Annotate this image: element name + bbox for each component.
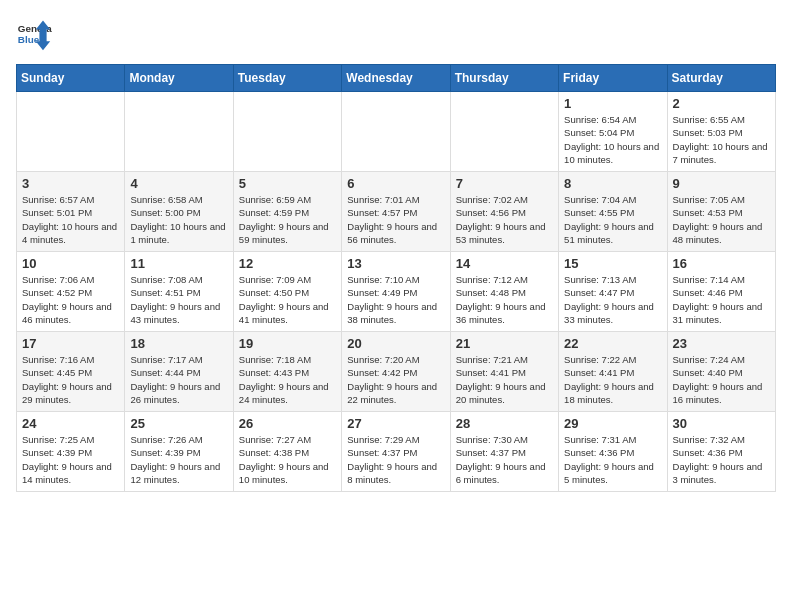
calendar-cell: 8Sunrise: 7:04 AM Sunset: 4:55 PM Daylig…	[559, 172, 667, 252]
calendar-cell: 20Sunrise: 7:20 AM Sunset: 4:42 PM Dayli…	[342, 332, 450, 412]
calendar-cell: 12Sunrise: 7:09 AM Sunset: 4:50 PM Dayli…	[233, 252, 341, 332]
calendar-week-row: 1Sunrise: 6:54 AM Sunset: 5:04 PM Daylig…	[17, 92, 776, 172]
day-number: 14	[456, 256, 553, 271]
calendar-cell: 24Sunrise: 7:25 AM Sunset: 4:39 PM Dayli…	[17, 412, 125, 492]
day-number: 15	[564, 256, 661, 271]
calendar-cell: 29Sunrise: 7:31 AM Sunset: 4:36 PM Dayli…	[559, 412, 667, 492]
calendar-cell: 3Sunrise: 6:57 AM Sunset: 5:01 PM Daylig…	[17, 172, 125, 252]
calendar-cell: 19Sunrise: 7:18 AM Sunset: 4:43 PM Dayli…	[233, 332, 341, 412]
day-header-friday: Friday	[559, 65, 667, 92]
day-number: 21	[456, 336, 553, 351]
day-number: 8	[564, 176, 661, 191]
day-header-saturday: Saturday	[667, 65, 775, 92]
day-number: 25	[130, 416, 227, 431]
day-number: 29	[564, 416, 661, 431]
calendar: SundayMondayTuesdayWednesdayThursdayFrid…	[16, 64, 776, 492]
day-number: 5	[239, 176, 336, 191]
day-info: Sunrise: 7:10 AM Sunset: 4:49 PM Dayligh…	[347, 273, 444, 326]
calendar-week-row: 3Sunrise: 6:57 AM Sunset: 5:01 PM Daylig…	[17, 172, 776, 252]
calendar-cell: 9Sunrise: 7:05 AM Sunset: 4:53 PM Daylig…	[667, 172, 775, 252]
day-number: 23	[673, 336, 770, 351]
day-number: 19	[239, 336, 336, 351]
day-header-sunday: Sunday	[17, 65, 125, 92]
day-info: Sunrise: 7:22 AM Sunset: 4:41 PM Dayligh…	[564, 353, 661, 406]
calendar-cell	[450, 92, 558, 172]
calendar-cell: 11Sunrise: 7:08 AM Sunset: 4:51 PM Dayli…	[125, 252, 233, 332]
day-info: Sunrise: 7:20 AM Sunset: 4:42 PM Dayligh…	[347, 353, 444, 406]
day-info: Sunrise: 6:55 AM Sunset: 5:03 PM Dayligh…	[673, 113, 770, 166]
day-number: 11	[130, 256, 227, 271]
day-number: 7	[456, 176, 553, 191]
day-number: 16	[673, 256, 770, 271]
day-info: Sunrise: 7:13 AM Sunset: 4:47 PM Dayligh…	[564, 273, 661, 326]
day-info: Sunrise: 7:31 AM Sunset: 4:36 PM Dayligh…	[564, 433, 661, 486]
calendar-cell: 22Sunrise: 7:22 AM Sunset: 4:41 PM Dayli…	[559, 332, 667, 412]
svg-text:Blue: Blue	[18, 34, 40, 45]
day-info: Sunrise: 7:27 AM Sunset: 4:38 PM Dayligh…	[239, 433, 336, 486]
day-info: Sunrise: 6:58 AM Sunset: 5:00 PM Dayligh…	[130, 193, 227, 246]
day-info: Sunrise: 7:02 AM Sunset: 4:56 PM Dayligh…	[456, 193, 553, 246]
day-info: Sunrise: 7:09 AM Sunset: 4:50 PM Dayligh…	[239, 273, 336, 326]
calendar-cell: 25Sunrise: 7:26 AM Sunset: 4:39 PM Dayli…	[125, 412, 233, 492]
day-header-tuesday: Tuesday	[233, 65, 341, 92]
day-info: Sunrise: 7:30 AM Sunset: 4:37 PM Dayligh…	[456, 433, 553, 486]
day-number: 13	[347, 256, 444, 271]
calendar-week-row: 17Sunrise: 7:16 AM Sunset: 4:45 PM Dayli…	[17, 332, 776, 412]
calendar-cell: 30Sunrise: 7:32 AM Sunset: 4:36 PM Dayli…	[667, 412, 775, 492]
page-header: General Blue	[16, 16, 776, 52]
calendar-week-row: 24Sunrise: 7:25 AM Sunset: 4:39 PM Dayli…	[17, 412, 776, 492]
day-number: 22	[564, 336, 661, 351]
day-header-monday: Monday	[125, 65, 233, 92]
day-info: Sunrise: 7:29 AM Sunset: 4:37 PM Dayligh…	[347, 433, 444, 486]
calendar-cell: 2Sunrise: 6:55 AM Sunset: 5:03 PM Daylig…	[667, 92, 775, 172]
logo-icon: General Blue	[16, 16, 52, 52]
calendar-cell: 1Sunrise: 6:54 AM Sunset: 5:04 PM Daylig…	[559, 92, 667, 172]
calendar-cell: 23Sunrise: 7:24 AM Sunset: 4:40 PM Dayli…	[667, 332, 775, 412]
day-number: 12	[239, 256, 336, 271]
calendar-cell: 28Sunrise: 7:30 AM Sunset: 4:37 PM Dayli…	[450, 412, 558, 492]
day-info: Sunrise: 7:32 AM Sunset: 4:36 PM Dayligh…	[673, 433, 770, 486]
day-info: Sunrise: 7:26 AM Sunset: 4:39 PM Dayligh…	[130, 433, 227, 486]
calendar-cell: 5Sunrise: 6:59 AM Sunset: 4:59 PM Daylig…	[233, 172, 341, 252]
calendar-cell: 13Sunrise: 7:10 AM Sunset: 4:49 PM Dayli…	[342, 252, 450, 332]
calendar-week-row: 10Sunrise: 7:06 AM Sunset: 4:52 PM Dayli…	[17, 252, 776, 332]
calendar-cell	[125, 92, 233, 172]
calendar-cell	[17, 92, 125, 172]
logo: General Blue	[16, 16, 52, 52]
calendar-cell: 7Sunrise: 7:02 AM Sunset: 4:56 PM Daylig…	[450, 172, 558, 252]
calendar-cell: 4Sunrise: 6:58 AM Sunset: 5:00 PM Daylig…	[125, 172, 233, 252]
day-number: 9	[673, 176, 770, 191]
day-number: 1	[564, 96, 661, 111]
day-number: 30	[673, 416, 770, 431]
calendar-cell: 10Sunrise: 7:06 AM Sunset: 4:52 PM Dayli…	[17, 252, 125, 332]
day-info: Sunrise: 7:14 AM Sunset: 4:46 PM Dayligh…	[673, 273, 770, 326]
calendar-cell: 17Sunrise: 7:16 AM Sunset: 4:45 PM Dayli…	[17, 332, 125, 412]
day-info: Sunrise: 7:12 AM Sunset: 4:48 PM Dayligh…	[456, 273, 553, 326]
day-info: Sunrise: 7:08 AM Sunset: 4:51 PM Dayligh…	[130, 273, 227, 326]
day-info: Sunrise: 7:01 AM Sunset: 4:57 PM Dayligh…	[347, 193, 444, 246]
day-number: 26	[239, 416, 336, 431]
day-number: 4	[130, 176, 227, 191]
day-number: 28	[456, 416, 553, 431]
calendar-cell: 18Sunrise: 7:17 AM Sunset: 4:44 PM Dayli…	[125, 332, 233, 412]
day-info: Sunrise: 7:18 AM Sunset: 4:43 PM Dayligh…	[239, 353, 336, 406]
day-number: 3	[22, 176, 119, 191]
day-info: Sunrise: 7:05 AM Sunset: 4:53 PM Dayligh…	[673, 193, 770, 246]
day-info: Sunrise: 6:57 AM Sunset: 5:01 PM Dayligh…	[22, 193, 119, 246]
day-number: 27	[347, 416, 444, 431]
day-info: Sunrise: 7:06 AM Sunset: 4:52 PM Dayligh…	[22, 273, 119, 326]
day-number: 17	[22, 336, 119, 351]
day-header-wednesday: Wednesday	[342, 65, 450, 92]
day-info: Sunrise: 7:25 AM Sunset: 4:39 PM Dayligh…	[22, 433, 119, 486]
day-number: 18	[130, 336, 227, 351]
calendar-cell	[233, 92, 341, 172]
calendar-cell	[342, 92, 450, 172]
day-number: 10	[22, 256, 119, 271]
day-number: 20	[347, 336, 444, 351]
calendar-cell: 15Sunrise: 7:13 AM Sunset: 4:47 PM Dayli…	[559, 252, 667, 332]
day-number: 6	[347, 176, 444, 191]
calendar-header-row: SundayMondayTuesdayWednesdayThursdayFrid…	[17, 65, 776, 92]
day-info: Sunrise: 7:17 AM Sunset: 4:44 PM Dayligh…	[130, 353, 227, 406]
day-info: Sunrise: 6:59 AM Sunset: 4:59 PM Dayligh…	[239, 193, 336, 246]
day-info: Sunrise: 6:54 AM Sunset: 5:04 PM Dayligh…	[564, 113, 661, 166]
